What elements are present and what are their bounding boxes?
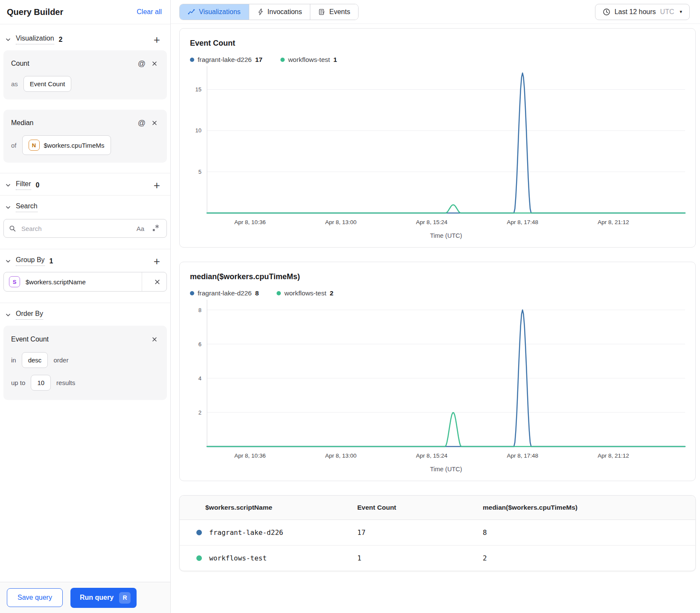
order-order-label: order: [53, 356, 68, 364]
count-card-title: Count: [11, 60, 29, 67]
svg-text:Apr 8, 21:12: Apr 8, 21:12: [598, 219, 629, 225]
median-visualization-card: Median @ of N $workers.cpuTimeMs: [3, 110, 167, 163]
svg-text:Time (UTC): Time (UTC): [430, 232, 462, 239]
median-field-selector[interactable]: N $workers.cpuTimeMs: [22, 135, 111, 155]
add-group-by-button[interactable]: +: [153, 257, 161, 265]
order-by-section-header: Order By: [0, 303, 170, 325]
legend-item-fragrant-lake[interactable]: fragrant-lake-d226 8: [190, 289, 259, 297]
svg-text:6: 6: [198, 341, 201, 347]
result-limit-field[interactable]: 10: [31, 375, 51, 391]
median-cpu-cell: 8: [479, 520, 695, 546]
count-mention-button[interactable]: @: [135, 58, 148, 70]
column-header-median-cpu: median($workers.cpuTimeMs): [479, 496, 695, 520]
group-by-section-header: Group By 1 +: [0, 249, 170, 271]
median-of-label: of: [11, 142, 17, 149]
group-by-remove-button[interactable]: [148, 272, 166, 291]
group-by-collapse-toggle[interactable]: [5, 258, 11, 264]
clear-all-button[interactable]: Clear all: [137, 8, 162, 16]
tab-visualizations[interactable]: Visualizations: [180, 4, 249, 20]
content-area: Event Count fragrant-lake-d226 17 workfl…: [171, 24, 700, 613]
legend-series-value: 8: [255, 289, 259, 297]
svg-text:Time (UTC): Time (UTC): [430, 466, 462, 473]
count-visualization-card: Count @ as Event Count: [3, 50, 167, 99]
chevron-down-icon: [5, 182, 11, 188]
order-by-remove-button[interactable]: [148, 333, 161, 345]
search-section-label: Search: [16, 202, 38, 212]
svg-text:5: 5: [198, 169, 201, 175]
visualization-count: 2: [59, 36, 63, 44]
legend-series-value: 2: [330, 289, 333, 297]
group-by-item[interactable]: S $workers.scriptName: [3, 272, 167, 292]
script-name-cell: workflows-test: [209, 554, 267, 562]
svg-text:Apr 8, 13:00: Apr 8, 13:00: [325, 219, 357, 225]
order-results-label: results: [56, 379, 75, 386]
median-card-title: Median: [11, 119, 33, 127]
chart-legend: fragrant-lake-d226 8 workflows-test 2: [190, 289, 685, 297]
svg-text:Apr 8, 21:12: Apr 8, 21:12: [598, 452, 629, 459]
legend-item-workflows-test[interactable]: workflows-test 1: [280, 56, 337, 64]
run-query-button[interactable]: Run query R: [70, 588, 137, 608]
order-by-collapse-toggle[interactable]: [5, 312, 11, 318]
search-collapse-toggle[interactable]: [5, 204, 11, 210]
chevron-down-icon: [5, 258, 11, 264]
view-tabs: Visualizations Invocations Events: [179, 4, 359, 20]
page-title: Query Builder: [7, 7, 63, 17]
median-cpu-line-chart: 2468Apr 8, 10:36Apr 8, 13:00Apr 8, 15:24…: [190, 300, 685, 477]
sort-direction-selector[interactable]: desc: [22, 352, 48, 368]
group-by-field-value: $workers.scriptName: [26, 278, 86, 286]
add-visualization-button[interactable]: +: [153, 36, 161, 44]
column-header-script-name: $workers.scriptName: [180, 496, 354, 520]
save-query-button[interactable]: Save query: [7, 588, 63, 607]
table-header-row: $workers.scriptName Event Count median($…: [180, 496, 695, 520]
svg-text:8: 8: [198, 307, 201, 313]
visualization-section-label: Visualization: [16, 35, 54, 44]
chart-title: median($workers.cpuTimeMs): [190, 272, 685, 281]
sidebar-footer: Save query Run query R: [0, 582, 170, 613]
search-input[interactable]: [20, 225, 131, 233]
filter-section-label: Filter: [16, 180, 31, 190]
visualization-collapse-toggle[interactable]: [5, 37, 11, 43]
chart-line-icon: [188, 9, 195, 15]
search-box: Aa: [3, 219, 167, 238]
median-cpu-chart-card: median($workers.cpuTimeMs) fragrant-lake…: [179, 262, 696, 481]
filter-collapse-toggle[interactable]: [5, 182, 11, 188]
tab-events[interactable]: Events: [310, 4, 358, 20]
order-by-field: Event Count: [11, 336, 49, 343]
group-by-section-label: Group By: [16, 256, 45, 266]
legend-series-name: fragrant-lake-d226: [198, 56, 252, 64]
legend-item-workflows-test[interactable]: workflows-test 2: [277, 289, 333, 297]
svg-text:4: 4: [198, 375, 201, 382]
svg-text:15: 15: [195, 86, 201, 93]
results-table: $workers.scriptName Event Count median($…: [180, 496, 695, 571]
filter-count: 0: [36, 181, 40, 189]
count-alias-field[interactable]: Event Count: [23, 76, 72, 92]
string-type-icon: S: [9, 276, 20, 287]
tab-invocations[interactable]: Invocations: [249, 4, 311, 20]
topbar: Visualizations Invocations Events Last 1…: [171, 0, 700, 24]
legend-series-value: 17: [255, 56, 262, 64]
legend-series-name: workflows-test: [284, 289, 326, 297]
close-icon: [152, 120, 158, 126]
time-range-picker[interactable]: Last 12 hours UTC ▾: [595, 4, 690, 20]
add-filter-button[interactable]: +: [153, 181, 161, 189]
table-row: workflows-test 1 2: [180, 546, 695, 571]
timezone-label: UTC: [660, 8, 674, 16]
median-cpu-cell: 2: [479, 546, 695, 571]
chevron-down-icon: [5, 37, 11, 43]
query-builder-sidebar: Query Builder Clear all Visualization 2 …: [0, 0, 171, 613]
chevron-down-icon: [5, 312, 11, 318]
legend-series-value: 1: [333, 56, 337, 64]
median-mention-button[interactable]: @: [135, 117, 148, 129]
event-count-line-chart: 51015Apr 8, 10:36Apr 8, 13:00Apr 8, 15:2…: [190, 66, 685, 244]
median-remove-button[interactable]: [148, 117, 161, 129]
legend-item-fragrant-lake[interactable]: fragrant-lake-d226 17: [190, 56, 262, 64]
match-case-toggle[interactable]: Aa: [135, 225, 146, 232]
run-query-label: Run query: [80, 594, 114, 601]
count-remove-button[interactable]: [148, 58, 161, 70]
series-color-dot: [196, 530, 202, 535]
svg-text:Apr 8, 10:36: Apr 8, 10:36: [234, 452, 266, 459]
series-color-dot: [190, 58, 194, 62]
regex-toggle[interactable]: [150, 224, 161, 233]
svg-text:10: 10: [195, 127, 201, 134]
series-color-dot: [196, 555, 202, 561]
